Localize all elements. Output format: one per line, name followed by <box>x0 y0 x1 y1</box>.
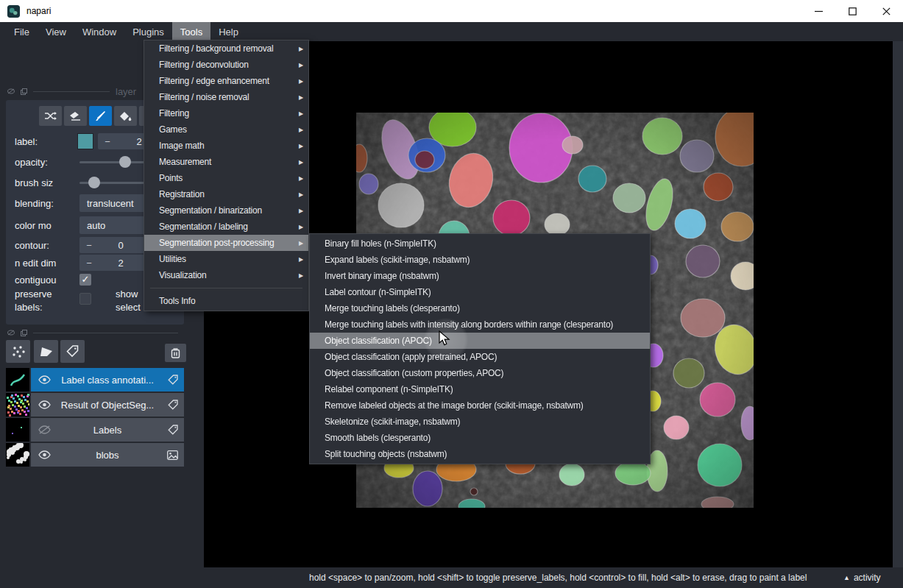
n-edit-dim-value: 2 <box>99 258 143 269</box>
layer-row[interactable]: Result of ObjectSeg... <box>6 393 184 417</box>
submenu-item[interactable]: Relabel component (n-SimpleITK) <box>310 381 650 397</box>
menu-item-label: Filtering <box>159 108 189 118</box>
submenu-item[interactable]: Object classification (APOC) <box>310 333 650 349</box>
menu-item-label: Registration <box>159 189 205 199</box>
panel-hide-icon[interactable] <box>7 330 15 336</box>
panel-float-icon[interactable] <box>21 330 27 336</box>
menubar-item-tools[interactable]: Tools <box>172 22 210 41</box>
submenu-item[interactable]: Smooth labels (clesperanto) <box>310 430 650 446</box>
tools-menu-item[interactable]: Measurement▶ <box>144 154 308 170</box>
menubar-item-view[interactable]: View <box>38 22 74 41</box>
menu-item-label: Object classification (APOC) <box>325 336 432 346</box>
preserve-labels-checkbox[interactable] <box>79 293 91 305</box>
menu-item-label: Games <box>159 124 187 135</box>
layer-visibility-eye-icon[interactable] <box>38 375 51 384</box>
submenu-item[interactable]: Object classification (apply pretrained,… <box>310 349 650 365</box>
minimize-button[interactable] <box>801 0 835 22</box>
layer-tag-icon <box>168 375 178 385</box>
layer-name: Labels <box>31 425 184 436</box>
menu-item-label: Object classification (apply pretrained,… <box>325 352 497 362</box>
submenu-arrow-icon: ▶ <box>299 62 303 68</box>
menu-item-label: Expand labels (scikit-image, nsbatwm) <box>325 255 470 265</box>
napari-logo-icon <box>7 5 20 18</box>
tools-menu-item[interactable]: Filtering / noise removal▶ <box>144 89 308 105</box>
contour-decrement[interactable]: − <box>79 240 99 251</box>
submenu-item[interactable]: Remove labeled objects at the image bord… <box>310 397 650 414</box>
menu-item-label: Remove labeled objects at the image bord… <box>325 400 584 411</box>
layer-row[interactable]: blobs <box>6 443 184 467</box>
layer-name: Result of ObjectSeg... <box>31 400 184 411</box>
submenu-item[interactable]: Skeletonize (scikit-image, nsbatwm) <box>310 414 650 430</box>
submenu-item[interactable]: Expand labels (scikit-image, nsbatwm) <box>310 252 650 268</box>
panel-float-icon[interactable] <box>21 88 27 95</box>
paint-button[interactable] <box>89 106 112 126</box>
tools-menu-item[interactable]: Image math▶ <box>144 138 308 154</box>
maximize-button[interactable] <box>835 0 869 22</box>
fill-button[interactable] <box>114 106 137 126</box>
menubar-item-file[interactable]: File <box>6 22 38 41</box>
new-points-layer-button[interactable] <box>6 340 30 363</box>
tools-menu-item[interactable]: Segmentation / labeling▶ <box>144 219 308 235</box>
layer-row[interactable]: Label class annotati... <box>6 368 184 392</box>
layer-tag-icon <box>168 400 178 410</box>
menu-item-label: Filtering / background removal <box>159 43 273 54</box>
tools-menu-item[interactable]: Filtering / background removal▶ <box>144 40 308 57</box>
menu-item-label: Image math <box>159 141 204 151</box>
activity-expand-icon: ▲ <box>843 574 850 581</box>
submenu-arrow-icon: ▶ <box>299 191 303 198</box>
menu-item-label: Visualization <box>159 270 207 280</box>
n-edit-dim-label: n edit dim <box>15 258 78 269</box>
tools-menu-item[interactable]: Utilities▶ <box>144 251 308 267</box>
tools-menu-item[interactable]: Games▶ <box>144 121 308 138</box>
layer-visibility-eye-off-icon[interactable] <box>38 425 51 434</box>
menu-item-label: Skeletonize (scikit-image, nsbatwm) <box>325 417 460 427</box>
submenu-arrow-icon: ▶ <box>299 94 303 101</box>
delete-layer-button[interactable] <box>165 344 186 362</box>
tools-menu-item[interactable]: Filtering▶ <box>144 105 308 121</box>
n-edit-dim-decrement[interactable]: − <box>79 258 99 269</box>
layer-visibility-eye-icon[interactable] <box>38 450 51 459</box>
erase-button[interactable] <box>64 106 87 126</box>
label-decrement[interactable]: − <box>98 136 117 147</box>
submenu-item[interactable]: Split touching objects (nsbatwm) <box>310 446 650 462</box>
menu-item-label: Relabel component (n-SimpleITK) <box>325 384 453 394</box>
label-field-label: label: <box>15 136 78 147</box>
menu-item-label: Utilities <box>159 254 186 264</box>
layer-thumbnail <box>6 418 29 442</box>
label-color-swatch[interactable] <box>77 133 93 149</box>
tools-menu-item[interactable]: Filtering / deconvolution▶ <box>144 57 308 73</box>
tools-menu-item[interactable]: Points▶ <box>144 170 308 186</box>
tools-menu-item[interactable]: Registration▶ <box>144 186 308 202</box>
layer-list: Label class annotati...Result of ObjectS… <box>6 368 184 468</box>
tools-menu-item[interactable]: Visualization▶ <box>144 267 308 283</box>
layer-thumbnail <box>6 368 29 392</box>
tools-menu-item[interactable]: Segmentation / binarization▶ <box>144 202 308 219</box>
submenu-item[interactable]: Object classification (custom properties… <box>310 365 650 381</box>
menubar-item-window[interactable]: Window <box>74 22 124 41</box>
title-bar[interactable]: napari <box>0 0 903 22</box>
new-shapes-layer-button[interactable] <box>34 340 58 363</box>
layer-visibility-eye-icon[interactable] <box>38 400 51 409</box>
layer-tag-icon <box>168 425 178 435</box>
new-labels-layer-button[interactable] <box>60 340 85 363</box>
submenu-item[interactable]: Binary fill holes (n-SimpleITK) <box>310 235 650 252</box>
activity-toggle[interactable]: ▲ activity <box>843 573 881 583</box>
submenu-item[interactable]: Invert binary image (nsbatwm) <box>310 268 650 284</box>
submenu-item[interactable]: Label contour (n-SimpleITK) <box>310 284 650 300</box>
menu-item-label: Merge touching labels (clesperanto) <box>325 303 460 314</box>
tools-menu-item[interactable]: Segmentation post-processing▶ <box>144 235 308 251</box>
submenu-item[interactable]: Merge touching labels (clesperanto) <box>310 300 650 316</box>
submenu-item[interactable]: Merge touching labels with intensity alo… <box>310 316 650 333</box>
shuffle-colors-button[interactable] <box>39 106 62 126</box>
submenu-arrow-icon: ▶ <box>299 256 303 263</box>
tools-menu-item[interactable]: Filtering / edge enhancement▶ <box>144 73 308 89</box>
submenu-arrow-icon: ▶ <box>299 46 303 52</box>
submenu-arrow-icon: ▶ <box>299 143 303 149</box>
close-button[interactable] <box>869 0 903 22</box>
layer-row[interactable]: Labels <box>6 418 184 442</box>
panel-hide-icon[interactable] <box>7 88 15 94</box>
tools-info-menu-item[interactable]: Tools Info <box>144 293 308 309</box>
menubar-item-plugins[interactable]: Plugins <box>124 22 172 41</box>
contiguous-checkbox[interactable]: ✓ <box>79 274 91 286</box>
menubar-item-help[interactable]: Help <box>210 22 247 41</box>
